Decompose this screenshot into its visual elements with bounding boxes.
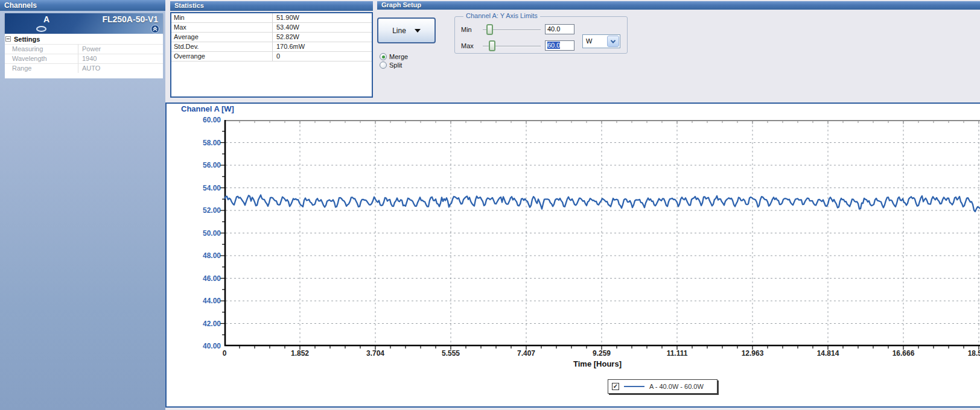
settings-header: Settings [5,34,163,44]
setting-label: Range [5,64,78,73]
stat-label: Min [171,13,273,22]
combobox-dropdown-button[interactable] [607,36,619,47]
channel-status-lamp-icon [36,26,46,32]
stat-value: 51.90W [273,13,299,22]
max-slider-label: Max [461,42,474,49]
graph-type-dropdown-button[interactable]: Line [377,17,436,43]
series-a-trace [224,195,980,212]
table-row-min: Min 51.90W [171,13,372,23]
stat-label: Overrange [171,52,273,61]
stat-value: 0 [273,52,280,61]
x-tick-label: 0 [200,349,249,358]
channel-model-label: FL250A-50-V1 [102,14,158,24]
graph-setup-title: Graph Setup [381,1,421,8]
statistics-panel-title: Statistics [174,2,204,9]
split-radio[interactable]: Split [380,62,402,69]
stat-value: 53.40W [273,23,299,32]
channel-settings-box: Settings Measuring Power Wavelength 1940… [5,34,163,78]
channels-panel-header: Channels [0,0,165,11]
legend-line-sample-icon [624,386,644,387]
unit-value: W [583,35,606,48]
y-tick-label: 54.00 [175,184,221,192]
y-tick-label: 60.00 [175,116,221,124]
plot-area [224,120,980,347]
x-tick-label: 7.407 [502,349,550,358]
statistics-table: Min 51.90W Max 53.40W Average 52.82W Std… [170,12,373,98]
y-tick-label: 44.00 [175,297,221,305]
setting-row-range: Range AUTO [5,63,163,73]
table-row-average: Average 52.82W [171,33,372,42]
y-tick-label: 58.00 [175,139,221,147]
setting-value: 1940 [78,54,97,63]
y-tick-label: 48.00 [175,251,221,260]
radio-unselected-icon [380,62,387,69]
setting-value: Power [78,45,101,54]
setting-row-wavelength: Wavelength 1940 [5,54,163,63]
table-row-stddev: Std.Dev. 170.6mW [171,42,372,52]
x-tick-label: 3.704 [351,349,399,358]
app-root: Channels A FL250A-50-V1 Settings Measuri… [0,0,980,410]
y-tick-label: 50.00 [175,229,221,238]
radio-selected-icon [380,53,387,60]
channels-panel: Channels A FL250A-50-V1 Settings Measuri… [0,0,165,410]
dropdown-arrow-icon [415,29,421,33]
stat-label: Average [171,33,273,42]
setting-label: Measuring [5,45,78,54]
min-value-text: 40.0 [547,25,560,33]
max-value-text-selected: 60.0 [547,42,560,49]
channels-panel-title: Channels [4,1,37,10]
unit-combobox[interactable]: W [582,34,620,48]
split-radio-label: Split [389,62,402,69]
double-chevron-up-icon [152,26,158,32]
table-row-overrange: Overrange 0 [171,52,372,62]
channel-letter: A [43,14,49,24]
max-slider-handle[interactable] [489,40,495,51]
setting-label: Wavelength [5,54,78,63]
x-tick-label: 12.963 [728,349,777,358]
stat-value: 52.82W [273,33,299,42]
collapse-settings-icon[interactable] [5,36,11,42]
y-tick-label: 42.00 [175,320,221,328]
y-axis-limits-title: Channel A: Y Axis Limits [463,12,540,19]
x-tick-label: 16.666 [879,349,928,358]
chart-legend: ✓ A - 40.0W - 60.0W [608,379,718,394]
x-axis-title: Time [Hours] [537,359,658,368]
setting-row-measuring: Measuring Power [5,44,163,54]
stat-label: Std.Dev. [171,42,273,51]
chart-title: Channel A [W] [181,104,234,113]
channel-a-card[interactable]: A FL250A-50-V1 [5,13,163,34]
stat-label: Max [171,23,273,32]
legend-checkbox[interactable]: ✓ [612,383,619,390]
x-tick-label: 5.555 [427,349,475,358]
setting-value: AUTO [78,64,100,73]
min-slider-handle[interactable] [486,24,493,35]
x-tick-label: 14.814 [804,349,852,358]
merge-radio-label: Merge [389,53,408,60]
y-tick-label: 46.00 [175,274,221,283]
y-tick-label: 52.00 [175,206,221,215]
x-tick-label: 9.259 [578,349,626,358]
graph-type-label: Line [392,27,406,35]
x-tick-label: 18.518 [955,349,980,358]
graph-setup-header: Graph Setup [377,1,980,10]
x-tick-label: 1.852 [276,349,324,358]
statistics-panel-header: Statistics [170,1,373,11]
collapse-channel-button[interactable] [151,25,159,33]
legend-series-label: A - 40.0W - 60.0W [649,383,704,390]
table-row-max: Max 53.40W [171,23,372,33]
merge-radio[interactable]: Merge [380,53,408,60]
y-tick-label: 56.00 [175,161,221,169]
stat-value: 170.6mW [273,42,305,51]
settings-header-label: Settings [14,36,40,43]
x-tick-label: 11.111 [653,349,701,358]
chevron-down-icon [611,38,616,43]
min-slider-label: Min [461,26,472,33]
max-value-input[interactable]: 60.0 [545,40,574,51]
min-value-input[interactable]: 40.0 [545,24,574,34]
